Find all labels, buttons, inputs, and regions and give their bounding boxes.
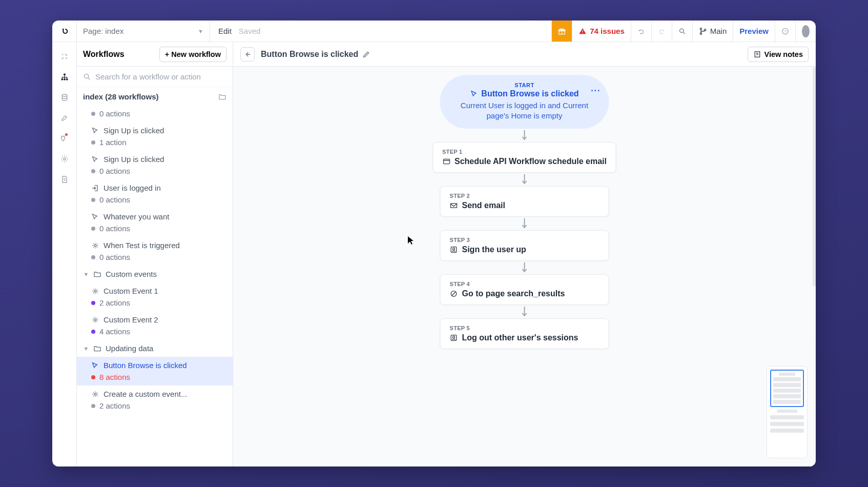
workflow-item[interactable]: 0 actions — [77, 106, 233, 122]
rail-logs-tab[interactable] — [52, 169, 76, 190]
new-workflow-button[interactable]: + New workflow — [159, 47, 226, 62]
svg-point-10 — [704, 29, 706, 30]
app-window: Page: index ▼ Edit Saved 74 issues — [52, 21, 816, 466]
step-node[interactable]: STEP 2Send email — [440, 186, 609, 217]
workflow-search[interactable] — [77, 67, 233, 87]
actions-count: 8 actions — [99, 373, 130, 381]
step-node[interactable]: STEP 4Go to page search_results — [440, 274, 609, 305]
workflow-item-label: When Test is triggered — [104, 241, 180, 250]
edit-link[interactable]: Edit — [218, 27, 232, 35]
rail-workflow-tab[interactable] — [52, 67, 76, 87]
branch-selector[interactable]: Main — [692, 21, 733, 42]
svg-point-22 — [94, 290, 96, 292]
preview-button[interactable]: Preview — [733, 21, 775, 42]
upgrade-gift-button[interactable] — [551, 21, 572, 42]
gear-icon — [60, 155, 69, 163]
app-body: Workflows + New workflow index (28 workf… — [52, 42, 816, 466]
page-selector[interactable]: Page: index ▼ — [77, 21, 210, 42]
help-button[interactable]: ? — [775, 21, 795, 42]
search-input[interactable] — [95, 72, 226, 81]
issues-count: 74 issues — [590, 27, 625, 35]
workflow-item[interactable]: Custom Event 24 actions — [77, 311, 233, 340]
workflow-item[interactable]: Sign Up is clicked0 actions — [77, 151, 233, 179]
view-notes-button[interactable]: View notes — [748, 47, 809, 62]
workflow-item[interactable]: User is logged in0 actions — [77, 179, 233, 208]
workflow-item[interactable]: Whatever you want0 actions — [77, 208, 233, 237]
canvas-title-text: Button Browse is clicked — [261, 50, 358, 59]
status-dot — [91, 169, 95, 173]
arrow-down-icon — [521, 306, 528, 318]
step-title-text: Go to page search_results — [462, 289, 565, 298]
workflow-list[interactable]: index (28 workflows) 0 actionsSign Up is… — [77, 87, 233, 466]
rail-plugins-tab[interactable] — [52, 128, 76, 149]
branch-label: Main — [710, 27, 727, 35]
svg-text:?: ? — [784, 29, 786, 33]
account-button[interactable] — [795, 21, 816, 42]
workflow-item[interactable]: When Test is triggered0 actions — [77, 237, 233, 266]
issues-button[interactable]: 74 issues — [572, 21, 631, 42]
step-title-text: Send email — [462, 201, 505, 210]
step-node[interactable]: STEP 1Schedule API Workflow schedule ema… — [432, 142, 616, 173]
cursor-click-icon — [91, 155, 99, 164]
svg-point-18 — [64, 158, 66, 160]
step-tag: STEP 3 — [450, 237, 600, 243]
folder-custom-events[interactable]: ▼ Custom events — [77, 266, 233, 282]
minimap-viewport[interactable] — [770, 370, 804, 407]
top-right-actions: 74 issues Main Preview ? — [551, 21, 816, 42]
step-node[interactable]: STEP 5Log out other user's sessions — [440, 318, 609, 349]
minimap[interactable] — [767, 366, 808, 458]
step-tag: STEP 4 — [450, 281, 600, 287]
redo-button[interactable] — [651, 21, 672, 42]
cursor-click-icon — [91, 127, 99, 135]
mail-icon — [450, 201, 458, 210]
svg-line-20 — [88, 78, 90, 79]
svg-rect-4 — [583, 30, 583, 32]
rail-data-tab[interactable] — [52, 87, 76, 108]
gear-icon — [91, 316, 99, 324]
svg-point-13 — [64, 73, 66, 75]
logo[interactable] — [52, 21, 77, 42]
workflow-item-label: Sign Up is clicked — [104, 155, 164, 164]
status-dot — [91, 227, 95, 231]
undo-button[interactable] — [631, 21, 651, 42]
step-tag: STEP 5 — [450, 325, 600, 331]
workflow-group-header[interactable]: index (28 workflows) — [77, 87, 233, 106]
workflow-item[interactable]: Custom Event 12 actions — [77, 282, 233, 311]
step-node[interactable]: STEP 3Sign the user up — [440, 230, 609, 261]
workflow-item-label: Custom Event 2 — [104, 315, 158, 324]
scrollbar[interactable] — [813, 67, 816, 287]
folder-updating-data[interactable]: ▼ Updating data — [77, 340, 233, 357]
workflow-item[interactable]: Create a custom event... 2 actions — [77, 385, 233, 414]
folder-add-icon[interactable] — [218, 93, 226, 101]
folder-label: Custom events — [106, 270, 157, 278]
search-button[interactable] — [672, 21, 692, 42]
back-button[interactable] — [240, 47, 255, 62]
svg-point-15 — [64, 78, 66, 80]
actions-count: 0 actions — [99, 109, 130, 118]
actions-count: 2 actions — [99, 298, 130, 307]
block-icon — [450, 290, 458, 298]
view-notes-label: View notes — [764, 50, 803, 58]
workflow-item-selected[interactable]: Button Browse is clicked 8 actions — [77, 357, 233, 385]
branch-icon — [699, 27, 707, 35]
start-node[interactable]: START Button Browse is clicked Current U… — [440, 75, 609, 129]
start-more-button[interactable]: ··· — [591, 86, 601, 95]
svg-point-6 — [679, 29, 684, 33]
arrow-down-icon — [521, 129, 528, 141]
status-dot — [91, 112, 95, 116]
flow-area[interactable]: START Button Browse is clicked Current U… — [233, 67, 816, 466]
rail-settings-tab[interactable] — [52, 149, 76, 169]
start-condition: Current User is logged in and Current pa… — [461, 100, 589, 121]
workflow-item-label: Custom Event 1 — [104, 287, 158, 295]
new-workflow-label: New workflow — [171, 50, 221, 58]
rail-design-tab[interactable] — [52, 46, 76, 67]
svg-point-23 — [94, 319, 96, 321]
chevron-down-icon: ▼ — [83, 346, 89, 352]
rail-styles-tab[interactable] — [52, 108, 76, 128]
workflow-item[interactable]: Sign Up is clicked1 action — [77, 122, 233, 151]
edit-icon[interactable] — [362, 50, 370, 58]
folder-label: Updating data — [106, 344, 153, 353]
flow-arrow — [521, 261, 528, 274]
arrow-down-icon — [521, 173, 528, 186]
status-dot — [91, 330, 95, 334]
